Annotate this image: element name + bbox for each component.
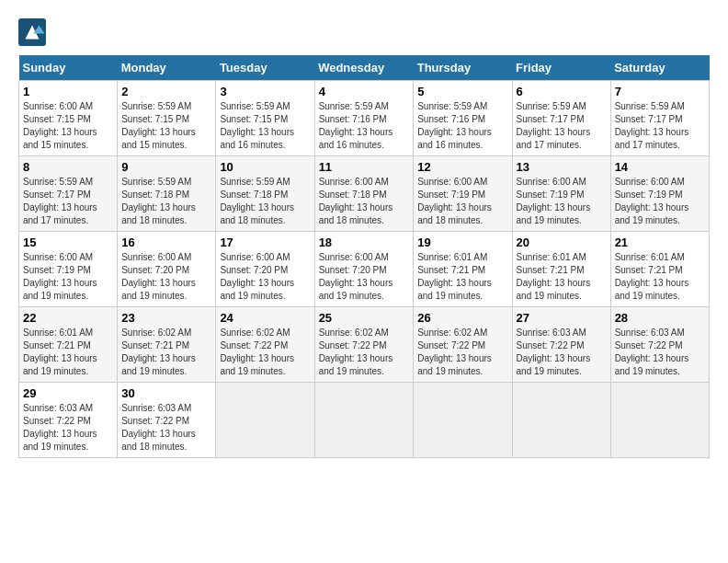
sunset-text: Sunset: 7:22 PM bbox=[220, 340, 288, 350]
daylight-text: Daylight: 13 hours and 18 minutes. bbox=[220, 202, 294, 225]
calendar-cell: 26 Sunrise: 6:02 AM Sunset: 7:22 PM Dayl… bbox=[414, 307, 512, 383]
calendar-cell: 16 Sunrise: 6:00 AM Sunset: 7:20 PM Dayl… bbox=[118, 232, 216, 307]
daylight-text: Daylight: 13 hours and 18 minutes. bbox=[417, 202, 492, 225]
day-info: Sunrise: 6:00 AM Sunset: 7:18 PM Dayligh… bbox=[319, 176, 410, 227]
sunrise-text: Sunrise: 6:00 AM bbox=[417, 177, 487, 187]
daylight-text: Daylight: 13 hours and 19 minutes. bbox=[615, 353, 689, 376]
calendar-cell bbox=[414, 383, 512, 458]
calendar-cell: 5 Sunrise: 5:59 AM Sunset: 7:16 PM Dayli… bbox=[414, 81, 512, 156]
calendar-week-row: 1 Sunrise: 6:00 AM Sunset: 7:15 PM Dayli… bbox=[19, 81, 710, 156]
sunrise-text: Sunrise: 6:03 AM bbox=[517, 327, 586, 338]
calendar-table: SundayMondayTuesdayWednesdayThursdayFrid… bbox=[18, 55, 710, 458]
day-number: 11 bbox=[319, 160, 410, 174]
sunrise-text: Sunrise: 6:00 AM bbox=[23, 101, 93, 111]
calendar-cell: 1 Sunrise: 6:00 AM Sunset: 7:15 PM Dayli… bbox=[19, 81, 118, 156]
day-number: 21 bbox=[615, 236, 705, 249]
calendar-cell: 14 Sunrise: 6:00 AM Sunset: 7:19 PM Dayl… bbox=[610, 156, 709, 232]
sunrise-text: Sunrise: 6:00 AM bbox=[517, 177, 586, 187]
sunset-text: Sunset: 7:22 PM bbox=[615, 340, 683, 350]
day-number: 28 bbox=[615, 311, 705, 325]
calendar-cell: 23 Sunrise: 6:02 AM Sunset: 7:21 PM Dayl… bbox=[118, 307, 216, 383]
day-number: 14 bbox=[615, 160, 705, 174]
sunrise-text: Sunrise: 6:03 AM bbox=[121, 403, 191, 413]
sunrise-text: Sunrise: 6:00 AM bbox=[319, 252, 389, 262]
sunset-text: Sunset: 7:22 PM bbox=[517, 340, 585, 350]
sunset-text: Sunset: 7:22 PM bbox=[121, 416, 189, 426]
calendar-cell: 2 Sunrise: 5:59 AM Sunset: 7:15 PM Dayli… bbox=[118, 81, 216, 156]
sunrise-text: Sunrise: 6:00 AM bbox=[23, 252, 93, 262]
day-info: Sunrise: 6:00 AM Sunset: 7:20 PM Dayligh… bbox=[121, 251, 211, 303]
day-number: 7 bbox=[615, 85, 705, 98]
day-info: Sunrise: 6:00 AM Sunset: 7:20 PM Dayligh… bbox=[220, 251, 310, 303]
day-info: Sunrise: 5:59 AM Sunset: 7:15 PM Dayligh… bbox=[121, 100, 211, 152]
sunset-text: Sunset: 7:20 PM bbox=[121, 265, 189, 275]
sunset-text: Sunset: 7:15 PM bbox=[121, 114, 189, 124]
daylight-text: Daylight: 13 hours and 19 minutes. bbox=[220, 353, 294, 376]
calendar-cell: 19 Sunrise: 6:01 AM Sunset: 7:21 PM Dayl… bbox=[414, 232, 512, 307]
day-info: Sunrise: 6:00 AM Sunset: 7:19 PM Dayligh… bbox=[23, 251, 113, 303]
logo-icon bbox=[18, 18, 46, 46]
day-info: Sunrise: 6:02 AM Sunset: 7:21 PM Dayligh… bbox=[121, 327, 211, 378]
day-number: 22 bbox=[23, 311, 113, 325]
calendar-cell: 17 Sunrise: 6:00 AM Sunset: 7:20 PM Dayl… bbox=[216, 232, 314, 307]
sunrise-text: Sunrise: 6:01 AM bbox=[615, 252, 685, 262]
day-info: Sunrise: 5:59 AM Sunset: 7:17 PM Dayligh… bbox=[615, 100, 705, 152]
sunset-text: Sunset: 7:16 PM bbox=[319, 114, 387, 124]
sunset-text: Sunset: 7:20 PM bbox=[220, 265, 288, 275]
day-info: Sunrise: 6:01 AM Sunset: 7:21 PM Dayligh… bbox=[417, 251, 507, 303]
calendar-cell: 27 Sunrise: 6:03 AM Sunset: 7:22 PM Dayl… bbox=[512, 307, 610, 383]
sunset-text: Sunset: 7:20 PM bbox=[319, 265, 387, 275]
calendar-cell: 10 Sunrise: 5:59 AM Sunset: 7:18 PM Dayl… bbox=[216, 156, 314, 232]
daylight-text: Daylight: 13 hours and 19 minutes. bbox=[615, 202, 689, 225]
day-number: 10 bbox=[220, 160, 310, 174]
sunrise-text: Sunrise: 5:59 AM bbox=[23, 177, 93, 187]
sunrise-text: Sunrise: 6:00 AM bbox=[615, 177, 685, 187]
calendar-cell: 12 Sunrise: 6:00 AM Sunset: 7:19 PM Dayl… bbox=[414, 156, 512, 232]
day-number: 1 bbox=[23, 85, 113, 98]
sunrise-text: Sunrise: 6:02 AM bbox=[417, 327, 487, 338]
sunset-text: Sunset: 7:21 PM bbox=[517, 265, 585, 275]
sunset-text: Sunset: 7:18 PM bbox=[121, 190, 189, 200]
calendar-week-row: 8 Sunrise: 5:59 AM Sunset: 7:17 PM Dayli… bbox=[19, 156, 710, 232]
sunrise-text: Sunrise: 6:00 AM bbox=[220, 252, 290, 262]
day-info: Sunrise: 5:59 AM Sunset: 7:15 PM Dayligh… bbox=[220, 100, 310, 152]
day-number: 20 bbox=[517, 236, 607, 249]
sunset-text: Sunset: 7:18 PM bbox=[220, 190, 288, 200]
calendar-cell: 13 Sunrise: 6:00 AM Sunset: 7:19 PM Dayl… bbox=[512, 156, 610, 232]
calendar-cell: 30 Sunrise: 6:03 AM Sunset: 7:22 PM Dayl… bbox=[118, 383, 216, 458]
day-info: Sunrise: 6:00 AM Sunset: 7:19 PM Dayligh… bbox=[615, 176, 705, 227]
daylight-text: Daylight: 13 hours and 16 minutes. bbox=[417, 127, 492, 150]
day-info: Sunrise: 6:01 AM Sunset: 7:21 PM Dayligh… bbox=[615, 251, 705, 303]
daylight-text: Daylight: 13 hours and 19 minutes. bbox=[417, 353, 492, 376]
sunset-text: Sunset: 7:22 PM bbox=[417, 340, 485, 350]
day-number: 27 bbox=[517, 311, 607, 325]
sunrise-text: Sunrise: 6:03 AM bbox=[615, 327, 685, 338]
sunrise-text: Sunrise: 6:02 AM bbox=[319, 327, 389, 338]
sunrise-text: Sunrise: 6:00 AM bbox=[121, 252, 191, 262]
sunrise-text: Sunrise: 6:01 AM bbox=[517, 252, 586, 262]
calendar-cell: 3 Sunrise: 5:59 AM Sunset: 7:15 PM Dayli… bbox=[216, 81, 314, 156]
header-wednesday: Wednesday bbox=[314, 55, 414, 81]
daylight-text: Daylight: 13 hours and 19 minutes. bbox=[23, 429, 97, 452]
sunrise-text: Sunrise: 6:02 AM bbox=[220, 327, 290, 338]
daylight-text: Daylight: 13 hours and 19 minutes. bbox=[615, 278, 689, 301]
sunset-text: Sunset: 7:21 PM bbox=[417, 265, 485, 275]
day-info: Sunrise: 6:01 AM Sunset: 7:21 PM Dayligh… bbox=[23, 327, 113, 378]
daylight-text: Daylight: 13 hours and 19 minutes. bbox=[319, 278, 393, 301]
sunset-text: Sunset: 7:16 PM bbox=[417, 114, 485, 124]
sunset-text: Sunset: 7:17 PM bbox=[615, 114, 683, 124]
calendar-cell: 24 Sunrise: 6:02 AM Sunset: 7:22 PM Dayl… bbox=[216, 307, 314, 383]
calendar-cell bbox=[512, 383, 610, 458]
daylight-text: Daylight: 13 hours and 15 minutes. bbox=[121, 127, 196, 150]
calendar-cell: 21 Sunrise: 6:01 AM Sunset: 7:21 PM Dayl… bbox=[610, 232, 709, 307]
calendar-cell: 9 Sunrise: 5:59 AM Sunset: 7:18 PM Dayli… bbox=[118, 156, 216, 232]
sunset-text: Sunset: 7:21 PM bbox=[121, 340, 189, 350]
day-info: Sunrise: 6:03 AM Sunset: 7:22 PM Dayligh… bbox=[517, 327, 607, 378]
day-number: 18 bbox=[319, 236, 410, 249]
day-number: 4 bbox=[319, 85, 410, 98]
daylight-text: Daylight: 13 hours and 17 minutes. bbox=[23, 202, 97, 225]
day-number: 2 bbox=[121, 85, 211, 98]
calendar-cell: 6 Sunrise: 5:59 AM Sunset: 7:17 PM Dayli… bbox=[512, 81, 610, 156]
sunrise-text: Sunrise: 5:59 AM bbox=[417, 101, 487, 111]
sunrise-text: Sunrise: 5:59 AM bbox=[319, 101, 389, 111]
